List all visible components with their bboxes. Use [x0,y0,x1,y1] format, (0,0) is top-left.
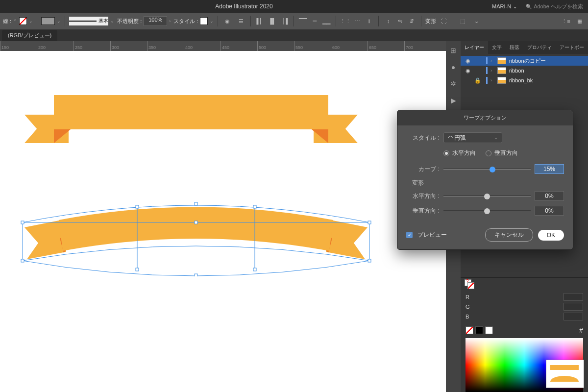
hex-label: # [579,326,583,334]
direction-horizontal-radio[interactable]: 水平方向 [443,149,476,157]
artboard[interactable] [0,51,446,392]
properties-icon[interactable]: ⊞ [449,46,458,55]
chevron-right-icon[interactable]: › [490,68,494,73]
dist-h-label: 水平方向 : [406,192,440,200]
dist-h-value-input[interactable]: 0% [535,191,564,201]
transform-menu[interactable]: 変形 ⛶ [425,16,449,26]
dist-h-slider[interactable] [443,196,531,196]
panel-tab[interactable]: アートボー [556,41,588,54]
color-icon[interactable]: ● [449,63,458,72]
opacity-control[interactable]: 不透明度 : 100% › [117,16,171,26]
navigator-thumbnail[interactable] [546,360,584,388]
align-right-icon[interactable]: ▕▐ [278,16,289,26]
panel-tab[interactable]: レイヤー [461,41,488,54]
chevron-right-icon[interactable]: › [490,58,494,63]
fill-stroke-mini-icon[interactable]: ? [465,279,474,289]
window-titlebar: Adobe Illustrator 2020 MARI-N Adobe ヘルプを… [0,0,588,13]
stroke-weight-control[interactable]: 線 : ⌃ ⌄ [3,17,33,25]
align-hcenter-icon[interactable]: ▐▌ [267,16,277,26]
layer-row[interactable]: 🔒›ribbon_bk [461,75,588,85]
align-left-icon[interactable]: ▌▏ [255,16,266,26]
flip-h-icon[interactable]: ⇋ [394,16,405,26]
help-search[interactable]: Adobe ヘルプを検索 [521,3,588,10]
panel-tab[interactable]: 文字 [488,41,506,54]
align-bottom-icon[interactable]: ▁▁ [321,16,332,26]
svg-rect-9 [195,221,197,224]
document-tab[interactable]: (RGB/プレビュー) [2,30,57,41]
layer-row[interactable]: ◉›ribbonのコピー [461,56,588,66]
channel-slider[interactable] [476,304,560,309]
channel-slider[interactable] [476,294,560,299]
layer-thumbnail [497,77,506,84]
ruler-tick: 700 [404,41,441,51]
layer-row[interactable]: ◉›ribbon [461,66,588,75]
flip-v-icon[interactable]: ⇵ [406,16,417,26]
stroke-style[interactable]: 基本 ⌄ [69,17,114,25]
document-tab-row: (RGB/プレビュー) [0,29,588,41]
visibility-icon[interactable]: ◉ [465,58,471,64]
align-vcenter-icon[interactable]: ═ [309,16,320,26]
distribute-spacing-icon[interactable]: ⫴ [364,16,374,26]
panel-tab-row: レイヤー文字段落プロパティアートボー [461,41,588,54]
graphic-style-control[interactable]: スタイル : ⌄ [173,17,214,25]
cancel-button[interactable]: キャンセル [485,228,533,242]
play-icon[interactable]: ▶ [449,96,458,105]
user-menu[interactable]: MARI-N [488,3,521,9]
ruler-tick: 450 [220,41,257,51]
align-vertical-group: ▔▔ ═ ▁▁ [297,16,332,26]
ruler-tick: 500 [257,41,294,51]
ruler-tick: 650 [368,41,404,51]
channel-value-input[interactable] [564,293,583,301]
preview-checkbox[interactable]: ✓ [406,232,413,238]
panel-tab[interactable]: プロパティ [523,41,556,54]
isolate-icon[interactable]: ⬚ [457,16,468,26]
lock-icon[interactable]: 🔒 [474,77,481,84]
panel-tab[interactable]: 段落 [506,41,523,54]
more-options-icon[interactable]: ⋮≡ [561,16,571,26]
svg-rect-10 [136,205,139,208]
panel-toggle-icon[interactable]: ▦ [574,16,585,26]
app-title: Adobe Illustrator 2020 [0,3,488,10]
channel-value-input[interactable] [564,313,583,320]
dist-v-value-input[interactable]: 0% [535,206,564,216]
channel-label: G [466,304,472,310]
direction-vertical-radio[interactable]: 垂直方向 [486,149,518,157]
recolor-icon[interactable]: ◉ [222,16,233,26]
distribute-group: ⋮⋮ ⋯ ⫴ [340,16,374,26]
distribute-v-icon[interactable]: ⋯ [352,16,363,26]
layer-thumbnail [497,67,506,74]
warp-style-select[interactable]: ◠ 円弧⌄ [443,132,502,143]
channel-slider[interactable] [476,314,560,319]
distribute-h-icon[interactable]: ⋮⋮ [340,16,351,26]
svg-rect-5 [368,221,371,224]
no-color-swatch[interactable] [466,326,473,334]
curve-slider[interactable] [443,169,531,170]
ruler-tick: 150 [0,41,37,51]
layer-thumbnail [497,57,506,64]
visibility-icon[interactable]: ◉ [465,68,471,74]
white-swatch[interactable] [485,326,493,334]
gear-icon[interactable]: ✲ [449,79,458,88]
channel-value-input[interactable] [564,303,583,311]
opacity-input: 100% [144,16,167,26]
svg-rect-12 [136,268,139,271]
doc-setup-icon[interactable]: ☰ [236,16,246,26]
ruler-tick: 400 [184,41,220,51]
ribbon-artwork-warped [20,198,372,276]
fill-swatch[interactable]: ⌄ [41,17,61,25]
svg-rect-11 [253,205,256,208]
black-swatch[interactable] [475,326,483,334]
align-top-icon[interactable]: ▔▔ [297,16,308,26]
dist-v-label: 垂直方向 : [406,207,440,215]
preview-label: プレビュー [417,231,447,239]
rgb-channel-row: R [466,293,583,301]
curve-value-input[interactable]: 15% [535,164,564,174]
ok-button[interactable]: OK [538,230,564,241]
dist-v-slider[interactable] [443,210,531,211]
layer-name: ribbon [509,68,524,74]
color-panel: ? RGB # [461,277,588,392]
chevron-right-icon[interactable]: › [490,78,494,83]
chevron-down-icon[interactable]: ⌄ [471,16,482,26]
arrange-icon[interactable]: ↕ [383,16,393,26]
svg-rect-3 [21,221,24,224]
